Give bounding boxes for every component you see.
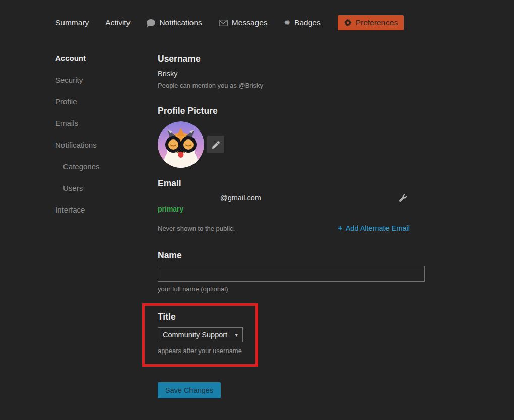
preferences-page: Summary Activity Notifications Messages …: [0, 0, 514, 420]
profile-picture-section: Profile Picture: [158, 106, 425, 168]
tab-badges[interactable]: ✹ Badges: [284, 18, 321, 27]
title-heading: Title: [158, 312, 255, 322]
email-section: Email @gmail.com primary Never shown to …: [158, 178, 425, 233]
tab-messages[interactable]: Messages: [219, 18, 268, 27]
tab-notifications-label: Notifications: [159, 18, 202, 27]
avatar: [158, 121, 204, 168]
username-heading: Username: [158, 54, 425, 64]
plus-icon: +: [338, 224, 342, 233]
manage-email-button[interactable]: [399, 194, 407, 202]
title-dropdown-value: Community Support: [163, 331, 227, 339]
caret-down-icon: ▾: [235, 332, 238, 338]
tab-summary[interactable]: Summary: [55, 18, 89, 27]
tab-preferences[interactable]: Preferences: [338, 15, 404, 30]
title-hint: appears after your username: [158, 347, 255, 355]
tab-badges-label: Badges: [294, 18, 321, 27]
sidebar-item-notifications[interactable]: Notifications: [55, 141, 158, 149]
wrench-icon: [399, 194, 407, 202]
name-heading: Name: [158, 250, 425, 261]
primary-email-badge: primary: [158, 205, 425, 213]
content-layout: Account Security Profile Emails Notifica…: [55, 54, 514, 398]
name-section: Name your full name (optional): [158, 250, 425, 293]
full-name-input[interactable]: [158, 266, 425, 282]
edit-avatar-button[interactable]: [207, 136, 224, 153]
sidebar-item-security[interactable]: Security: [55, 76, 158, 84]
name-hint: your full name (optional): [158, 285, 425, 293]
sidebar-item-profile[interactable]: Profile: [55, 97, 158, 106]
tab-preferences-label: Preferences: [356, 18, 398, 27]
tab-messages-label: Messages: [232, 18, 268, 27]
sidebar-item-interface[interactable]: Interface: [55, 205, 158, 214]
tab-activity[interactable]: Activity: [105, 18, 130, 27]
account-settings: Username Brisky People can mention you a…: [158, 54, 425, 398]
sidebar-item-users[interactable]: Users: [55, 184, 158, 192]
speech-bubble-icon: [147, 19, 155, 27]
profile-picture-heading: Profile Picture: [158, 106, 425, 116]
add-alternate-email-label: Add Alternate Email: [346, 224, 410, 232]
email-hint: Never shown to the public.: [158, 225, 235, 232]
envelope-icon: [219, 19, 228, 27]
user-nav: Summary Activity Notifications Messages …: [55, 15, 514, 30]
sidebar-item-categories[interactable]: Categories: [55, 162, 158, 171]
badge-seal-icon: ✹: [284, 19, 291, 27]
email-heading: Email: [158, 178, 425, 189]
username-section: Username Brisky People can mention you a…: [158, 54, 425, 89]
sidebar-item-account[interactable]: Account: [55, 54, 158, 62]
tab-activity-label: Activity: [105, 18, 130, 27]
save-changes-button[interactable]: Save Changes: [158, 382, 221, 398]
add-alternate-email-link[interactable]: + Add Alternate Email: [338, 224, 410, 233]
pencil-icon: [212, 141, 220, 149]
red-annotation-box: Title Community Support ▾ appears after …: [142, 303, 258, 367]
sidebar-item-emails[interactable]: Emails: [55, 119, 158, 127]
email-address: @gmail.com: [220, 194, 261, 202]
tab-summary-label: Summary: [55, 18, 89, 27]
username-value: Brisky: [158, 69, 425, 78]
gear-icon: [344, 19, 352, 27]
title-dropdown[interactable]: Community Support ▾: [158, 327, 243, 342]
tab-notifications[interactable]: Notifications: [147, 18, 202, 27]
username-hint: People can mention you as @Brisky: [158, 82, 425, 89]
